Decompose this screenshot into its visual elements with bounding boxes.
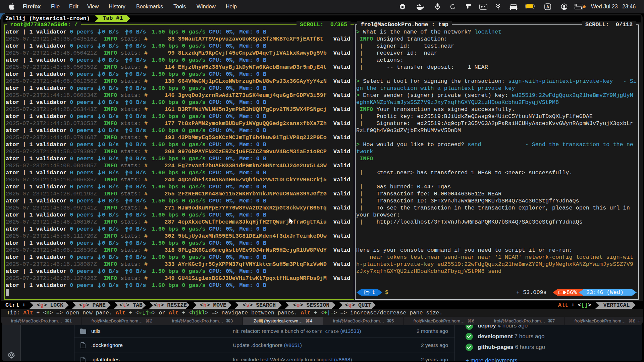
svg-text:A: A — [546, 5, 549, 9]
